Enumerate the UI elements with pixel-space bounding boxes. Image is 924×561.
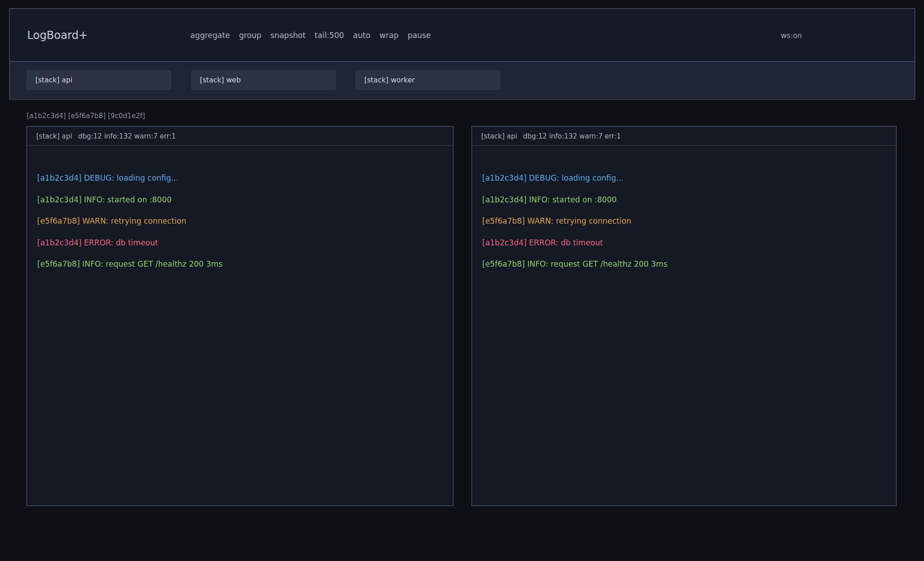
log-line-info: [a1b2c3d4] INFO: started on :8000 (37, 189, 444, 211)
menu-item-tail-500[interactable]: tail:500 (314, 31, 344, 40)
app-title: LogBoard+ (27, 29, 88, 42)
stack-tab-stack-web[interactable]: [stack] web (191, 70, 336, 90)
log-scroll-area[interactable]: [a1b2c3d4] DEBUG: loading config...[a1b2… (472, 146, 896, 505)
menu-item-group[interactable]: group (239, 31, 261, 40)
panel-counts: dbg:12 info:132 warn:7 err:1 (78, 132, 176, 140)
toolbar-menu: aggregategroupsnapshottail:500autowrappa… (190, 31, 431, 40)
log-line-debug: [a1b2c3d4] DEBUG: loading config... (482, 168, 887, 189)
menu-item-wrap[interactable]: wrap (379, 31, 398, 40)
panel-title: [stack] api (481, 132, 517, 140)
log-line-warn: [e5f6a7b8] WARN: retrying connection (482, 211, 887, 232)
panels-container: [stack] api dbg:12 info:132 warn:7 err:1… (0, 126, 924, 506)
menu-item-pause[interactable]: pause (407, 31, 431, 40)
log-line-warn: [e5f6a7b8] WARN: retrying connection (37, 211, 444, 232)
log-line-info: [a1b2c3d4] INFO: started on :8000 (482, 189, 887, 211)
log-panel: [stack] api dbg:12 info:132 warn:7 err:1… (471, 126, 897, 506)
panel-title: [stack] api (36, 132, 72, 140)
stack-tab-stack-worker[interactable]: [stack] worker (355, 70, 500, 90)
log-line-info: [e5f6a7b8] INFO: request GET /healthz 20… (37, 254, 444, 275)
log-line-error: [a1b2c3d4] ERROR: db timeout (482, 232, 887, 254)
log-panel-header: [stack] api dbg:12 info:132 warn:7 err:1 (27, 127, 453, 146)
panel-counts: dbg:12 info:132 warn:7 err:1 (523, 132, 621, 140)
topbar-header: LogBoard+ aggregategroupsnapshottail:500… (10, 9, 914, 61)
log-panel-header: [stack] api dbg:12 info:132 warn:7 err:1 (472, 127, 896, 146)
log-scroll-area[interactable]: [a1b2c3d4] DEBUG: loading config...[a1b2… (27, 146, 453, 505)
menu-item-aggregate[interactable]: aggregate (190, 31, 230, 40)
trace-ids-line: [a1b2c3d4] [e5f6a7b8] [9c0d1e2f] (27, 112, 145, 120)
topbar: LogBoard+ aggregategroupsnapshottail:500… (9, 8, 915, 100)
stack-tab-row: [stack] api[stack] web[stack] worker (10, 61, 914, 98)
log-panel: [stack] api dbg:12 info:132 warn:7 err:1… (26, 126, 454, 506)
log-line-info: [e5f6a7b8] INFO: request GET /healthz 20… (482, 254, 887, 275)
log-line-debug: [a1b2c3d4] DEBUG: loading config... (37, 168, 444, 189)
menu-item-auto[interactable]: auto (353, 31, 370, 40)
log-line-error: [a1b2c3d4] ERROR: db timeout (37, 232, 444, 254)
ws-status: ws:on (781, 31, 802, 39)
menu-item-snapshot[interactable]: snapshot (271, 31, 306, 40)
stack-tab-stack-api[interactable]: [stack] api (26, 70, 171, 90)
